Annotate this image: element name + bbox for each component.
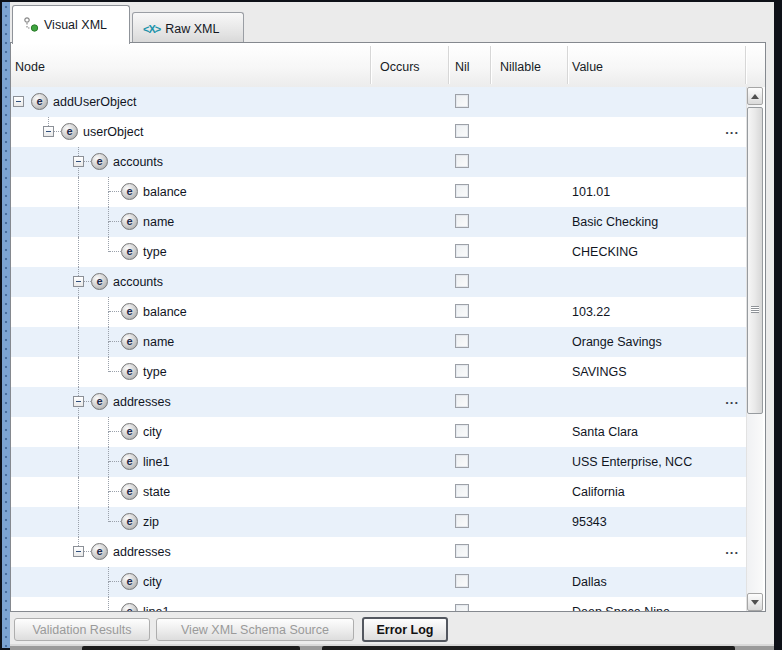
column-divider[interactable]	[370, 46, 371, 84]
tree-row[interactable]: eline1USS Enterprise, NCC	[11, 447, 746, 477]
tab-raw-xml[interactable]: <X> Raw XML	[132, 12, 244, 44]
nil-checkbox[interactable]	[455, 514, 469, 528]
nil-checkbox[interactable]	[455, 544, 469, 558]
tree-guide-line	[109, 371, 121, 373]
tree-guide-line	[108, 597, 110, 611]
collapse-expander-icon[interactable]	[43, 126, 54, 137]
validation-results-button[interactable]: Validation Results	[14, 618, 150, 641]
column-header-node[interactable]: Node	[15, 43, 45, 87]
nil-checkbox[interactable]	[455, 604, 469, 611]
node-value: 101.01	[572, 177, 742, 207]
collapse-expander-icon[interactable]	[73, 546, 84, 557]
element-icon: e	[121, 453, 138, 470]
tree-row[interactable]: ecityDallas	[11, 567, 746, 597]
scroll-down-button[interactable]	[747, 593, 763, 611]
element-icon: e	[121, 483, 138, 500]
tree-guide-line	[108, 192, 110, 207]
node-label: name	[143, 207, 174, 237]
tab-visual-xml[interactable]: Visual XML	[12, 5, 130, 44]
tree-row[interactable]: euserObject...	[11, 117, 746, 147]
thumb-grip-icon	[751, 306, 759, 313]
nil-checkbox[interactable]	[455, 124, 469, 138]
collapse-expander-icon[interactable]	[73, 396, 84, 407]
element-icon: e	[121, 423, 138, 440]
node-label: line1	[143, 597, 169, 611]
tree-guide-line	[78, 507, 80, 537]
tree-row[interactable]: eaccounts	[11, 147, 746, 177]
minus-icon	[46, 131, 51, 132]
tree-row[interactable]: estateCalifornia	[11, 477, 746, 507]
tree-row[interactable]: ebalance101.01	[11, 177, 746, 207]
nil-checkbox[interactable]	[455, 154, 469, 168]
element-icon: e	[121, 213, 138, 230]
xml-tag-icon: <X>	[143, 23, 160, 35]
tree-guide-line	[109, 251, 121, 253]
tree-guide-line	[78, 297, 80, 327]
tree-row[interactable]: ecitySanta Clara	[11, 417, 746, 447]
column-divider[interactable]	[490, 46, 491, 84]
column-divider[interactable]	[567, 46, 568, 84]
xml-editor-window: Visual XML <X> Raw XML Node Occurs Nil N…	[0, 0, 782, 650]
nil-checkbox[interactable]	[455, 214, 469, 228]
element-icon: e	[121, 183, 138, 200]
tree-guide-line	[78, 177, 80, 207]
ellipsis-button[interactable]: ...	[711, 117, 739, 143]
tree-row[interactable]: eaddUserObject	[11, 87, 746, 117]
minus-icon	[76, 551, 81, 552]
nil-checkbox[interactable]	[455, 94, 469, 108]
column-divider[interactable]	[448, 46, 449, 84]
node-value: Dallas	[572, 567, 742, 597]
tree-row[interactable]: ebalance103.22	[11, 297, 746, 327]
nil-checkbox[interactable]	[455, 274, 469, 288]
tree-row[interactable]: eline1Deep Space Nine	[11, 597, 746, 611]
tree-row[interactable]: enameOrange Savings	[11, 327, 746, 357]
background-tab-segment	[322, 646, 735, 650]
nil-checkbox[interactable]	[455, 454, 469, 468]
error-log-button[interactable]: Error Log	[362, 617, 448, 642]
nil-checkbox[interactable]	[455, 304, 469, 318]
tree-row[interactable]: etypeSAVINGS	[11, 357, 746, 387]
column-header-value[interactable]: Value	[572, 43, 603, 87]
column-divider[interactable]	[745, 46, 746, 84]
nil-checkbox[interactable]	[455, 184, 469, 198]
scrollbar-thumb[interactable]	[747, 107, 763, 414]
node-label: zip	[143, 507, 159, 537]
tree-row[interactable]: ezip95343	[11, 507, 746, 537]
tree-row[interactable]: enameBasic Checking	[11, 207, 746, 237]
nil-checkbox[interactable]	[455, 244, 469, 258]
column-header-nil[interactable]: Nil	[455, 43, 470, 87]
node-value: Santa Clara	[572, 417, 742, 447]
node-label: addUserObject	[53, 87, 136, 117]
tree-row[interactable]: eaddresses...	[11, 387, 746, 417]
column-header-nillable[interactable]: Nillable	[500, 43, 541, 87]
element-icon: e	[91, 393, 108, 410]
nil-checkbox[interactable]	[455, 484, 469, 498]
tree-guide-line	[78, 357, 80, 387]
ellipsis-button[interactable]: ...	[711, 387, 739, 413]
tree-guide-line	[109, 491, 121, 493]
column-header-occurs[interactable]: Occurs	[380, 43, 420, 87]
ellipsis-button[interactable]: ...	[711, 537, 739, 563]
node-label: userObject	[83, 117, 143, 147]
tree-row[interactable]: eaccounts	[11, 267, 746, 297]
nil-checkbox[interactable]	[455, 364, 469, 378]
vertical-scrollbar[interactable]	[746, 87, 763, 611]
tree-guide-line	[109, 431, 121, 433]
tree-guide-line	[108, 447, 110, 462]
collapse-expander-icon[interactable]	[13, 96, 24, 107]
node-label: state	[143, 477, 170, 507]
nil-checkbox[interactable]	[455, 424, 469, 438]
node-value: CHECKING	[572, 237, 742, 267]
collapse-expander-icon[interactable]	[73, 156, 84, 167]
view-xml-schema-source-button[interactable]: View XML Schema Source	[156, 618, 354, 641]
tree-guide-line	[108, 492, 110, 507]
collapse-expander-icon[interactable]	[73, 276, 84, 287]
nil-checkbox[interactable]	[455, 394, 469, 408]
nil-checkbox[interactable]	[455, 334, 469, 348]
tree-row[interactable]: eaddresses...	[11, 537, 746, 567]
up-arrow-icon	[751, 94, 759, 99]
node-value: 95343	[572, 507, 742, 537]
nil-checkbox[interactable]	[455, 574, 469, 588]
tree-row[interactable]: etypeCHECKING	[11, 237, 746, 267]
scroll-up-button[interactable]	[747, 87, 763, 105]
